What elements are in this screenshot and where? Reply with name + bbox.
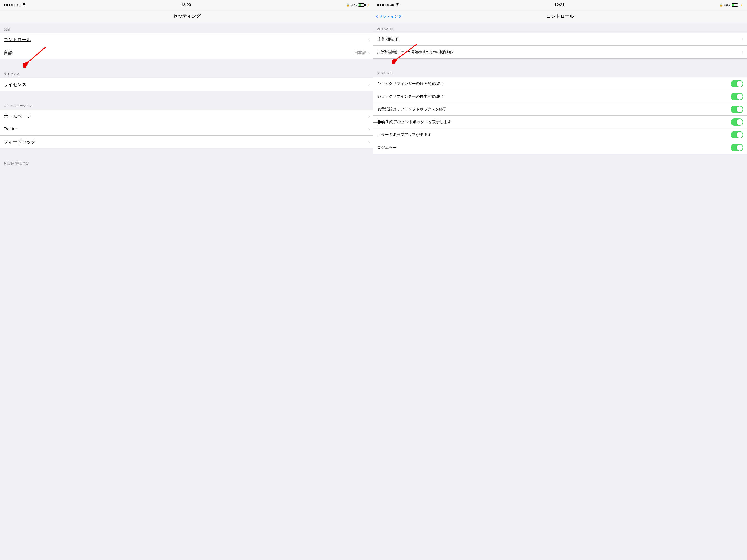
homepage-item[interactable]: ホームページ › — [0, 110, 374, 123]
battery-indicator: ⚡ — [358, 3, 370, 7]
rdot-5 — [387, 4, 389, 6]
dot-2 — [6, 4, 8, 6]
language-item-left: 言語 — [4, 50, 354, 56]
exec-mode-left: 実行準備状態モードの開始/停止のための制御動作 — [377, 47, 742, 57]
left-status-left: au — [4, 3, 26, 7]
right-battery-fill — [732, 4, 734, 6]
back-button[interactable]: ‹ セッティング — [376, 14, 402, 19]
right-battery-tip — [739, 4, 740, 6]
log-error-switch[interactable] — [730, 144, 743, 151]
hint-box-right — [730, 119, 743, 126]
record-toggle-item[interactable]: ショックリマインダーの録画開始/終了 — [374, 77, 747, 90]
license-item[interactable]: ライセンス › — [0, 78, 374, 91]
license-item-left: ライセンス — [4, 81, 368, 88]
right-battery-body — [732, 3, 738, 7]
rdot-2 — [380, 4, 382, 6]
hint-box-item[interactable]: 再生終了のヒントボックスを表示します — [374, 116, 747, 128]
play-toggle-item[interactable]: ショックリマインダーの再生開始/終了 — [374, 90, 747, 103]
right-charging-icon: ⚡ — [740, 3, 743, 7]
homepage-label: ホームページ — [4, 113, 31, 119]
charging-icon: ⚡ — [366, 3, 370, 7]
main-control-right: › — [742, 36, 743, 42]
log-error-label: ログエラー — [377, 145, 396, 150]
left-nav-title: セッティング — [173, 13, 200, 19]
exec-mode-right: › — [742, 49, 743, 55]
language-chevron: › — [368, 50, 370, 55]
display-record-item[interactable]: 表示記録は，プロンプトボックスを終了 — [374, 103, 747, 116]
control-item-right: › — [368, 37, 370, 42]
battery-body — [358, 3, 365, 7]
right-signal-indicator — [377, 4, 389, 6]
feedback-label: フィードバック — [4, 139, 35, 145]
right-nav-bar: ‹ セッティング コントロール — [374, 10, 747, 23]
activator-group: 主制御動作 › 実行準備状態モードの開始/停 — [374, 32, 747, 58]
homepage-item-left: ホームページ — [4, 113, 368, 119]
left-nav-bar: セッティング — [0, 10, 374, 23]
record-toggle-left: ショックリマインダーの録画開始/終了 — [377, 81, 730, 86]
log-error-item[interactable]: ログエラー — [374, 141, 747, 154]
lock-icon: 🔒 — [346, 3, 350, 7]
section-header-comms: コミュニケーション — [0, 99, 374, 110]
dot-1 — [4, 4, 5, 6]
language-item[interactable]: 言語 日本語 › — [0, 46, 374, 59]
main-control-left: 主制御動作 — [377, 36, 742, 42]
exec-mode-chevron: › — [742, 49, 743, 55]
feedback-item[interactable]: フィードバック › — [0, 135, 374, 148]
right-nav-title: コントロール — [547, 13, 574, 19]
options-header: オプション — [374, 67, 747, 77]
settings-group-comms: ホームページ › Twitter › フィードバック › — [0, 110, 374, 149]
left-status-right: 🔒 33% ⚡ — [346, 3, 370, 7]
main-control-chevron: › — [742, 36, 743, 42]
dot-5 — [14, 4, 16, 6]
error-popup-item[interactable]: エラーのポップアップが出ます — [374, 128, 747, 141]
feedback-item-left: フィードバック — [4, 139, 368, 145]
play-toggle-label: ショックリマインダーの再生開始/終了 — [377, 94, 444, 99]
log-error-right — [730, 144, 743, 151]
right-battery-indicator: ⚡ — [732, 3, 743, 7]
play-toggle-switch[interactable] — [730, 93, 743, 100]
wifi-icon — [22, 3, 26, 7]
right-wifi-icon — [395, 3, 400, 7]
signal-indicator — [4, 4, 16, 6]
play-toggle-left: ショックリマインダーの再生開始/終了 — [377, 94, 730, 99]
display-record-switch[interactable] — [730, 106, 743, 113]
twitter-item-left: Twitter — [4, 126, 368, 132]
control-chevron: › — [368, 37, 370, 42]
dot-3 — [9, 4, 10, 6]
record-toggle-label: ショックリマインダーの録画開始/終了 — [377, 81, 444, 86]
carrier-text: au — [17, 3, 21, 7]
battery-percent: 33% — [351, 3, 357, 7]
main-control-label: 主制御動作 — [377, 36, 400, 42]
options-group: ショックリマインダーの録画開始/終了 ショックリマインダーの再生開始/終了 表示… — [374, 77, 747, 154]
gap-2 — [0, 91, 374, 99]
hint-box-switch[interactable] — [730, 119, 743, 126]
left-time: 12:20 — [181, 3, 191, 7]
log-error-left: ログエラー — [377, 145, 730, 150]
right-battery-percent: 33% — [724, 3, 730, 7]
section-header-settings: 設定 — [0, 23, 374, 33]
feedback-item-right: › — [368, 139, 370, 145]
error-popup-left: エラーのポップアップが出ます — [377, 132, 730, 137]
hint-box-left: 再生終了のヒントボックスを表示します — [377, 119, 730, 125]
error-popup-switch[interactable] — [730, 131, 743, 138]
record-toggle-right — [730, 80, 743, 87]
section-header-license: ライセンス — [0, 68, 374, 78]
left-content: 設定 コントロール › — [0, 23, 374, 560]
twitter-item[interactable]: Twitter › — [0, 123, 374, 135]
license-label: ライセンス — [4, 81, 26, 88]
record-toggle-switch[interactable] — [730, 80, 743, 87]
license-chevron: › — [368, 82, 370, 87]
exec-mode-item[interactable]: 実行準備状態モードの開始/停止のための制御動作 › — [374, 46, 747, 58]
language-value: 日本語 — [354, 50, 366, 55]
rdot-1 — [377, 4, 379, 6]
main-control-item[interactable]: 主制御動作 › — [374, 33, 747, 46]
rdot-4 — [385, 4, 386, 6]
homepage-item-right: › — [368, 113, 370, 119]
display-record-left: 表示記録は，プロンプトボックスを終了 — [377, 107, 730, 112]
hint-box-label: 再生終了のヒントボックスを表示します — [382, 119, 452, 125]
right-status-bar: au 12:21 🔒 33% ⚡ — [374, 0, 747, 10]
twitter-chevron: › — [368, 126, 370, 132]
exec-mode-label: 実行準備状態モードの開始/停止のための制御動作 — [377, 47, 742, 57]
control-item[interactable]: コントロール › — [0, 33, 374, 46]
activator-header: ACTIVATOR — [374, 23, 747, 32]
